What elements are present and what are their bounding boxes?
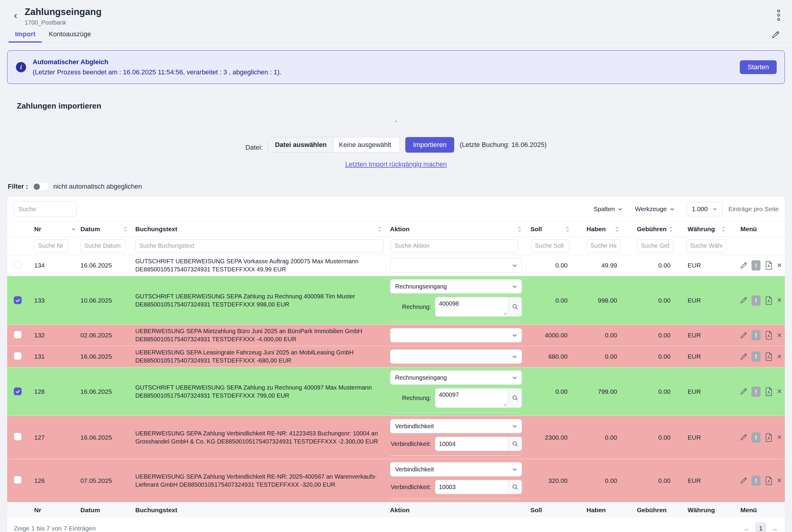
- edit-row-button[interactable]: [739, 433, 748, 441]
- column-search-input-5[interactable]: [586, 239, 620, 252]
- sort-icon[interactable]: [566, 226, 569, 232]
- column-search-input-3[interactable]: [391, 239, 518, 252]
- sort-icon[interactable]: [615, 226, 619, 232]
- kebab-menu-button[interactable]: [777, 6, 780, 21]
- ref-search-button[interactable]: [508, 437, 522, 451]
- column-header-3[interactable]: Aktion: [390, 222, 525, 236]
- delete-row-button[interactable]: ×: [777, 331, 782, 340]
- pdf-button[interactable]: [765, 261, 773, 270]
- choose-file-button[interactable]: Datei auswählen: [268, 137, 333, 152]
- column-header-2[interactable]: Buchungstext: [129, 222, 390, 236]
- warning-button[interactable]: !: [752, 330, 760, 340]
- back-button[interactable]: ‹: [9, 8, 22, 22]
- column-header-5[interactable]: Haben: [570, 222, 620, 236]
- aktion-select[interactable]: [390, 258, 522, 272]
- row-aktion-cell: [390, 346, 525, 367]
- ref-search-button[interactable]: [508, 480, 522, 494]
- row-checkbox[interactable]: [14, 352, 22, 360]
- row-buchungstext: GUTSCHRIFT UEBERWEISUNG SEPA Zahlung zu …: [129, 381, 390, 402]
- aktion-ref-input[interactable]: 10004: [435, 437, 508, 451]
- aktion-select[interactable]: Verbindlichkeit: [390, 419, 522, 433]
- warning-button[interactable]: !: [752, 476, 760, 486]
- resize-handle[interactable]: [503, 311, 507, 316]
- ref-search-button[interactable]: [508, 388, 522, 407]
- warning-button[interactable]: !: [752, 433, 760, 443]
- delete-row-button[interactable]: ×: [777, 262, 782, 270]
- column-search-input-7[interactable]: [686, 239, 727, 252]
- column-header-4[interactable]: Soll: [525, 222, 570, 236]
- sort-desc-icon[interactable]: [71, 227, 76, 231]
- page-size-select[interactable]: 1.000: [687, 202, 722, 216]
- row-checkbox[interactable]: [14, 261, 22, 269]
- sort-icon[interactable]: [517, 226, 522, 232]
- edit-row-button[interactable]: [739, 387, 748, 396]
- edit-row-button[interactable]: [739, 331, 748, 340]
- resize-handle[interactable]: [503, 402, 507, 407]
- undo-import-link[interactable]: Letzten Import rückgängig machen: [345, 160, 447, 168]
- aktion-ref-textarea[interactable]: 400097: [435, 388, 508, 407]
- spalten-dropdown[interactable]: Spalten: [593, 205, 623, 213]
- warning-button[interactable]: !: [752, 352, 760, 362]
- import-button[interactable]: Importieren: [405, 137, 454, 153]
- pdf-button[interactable]: [765, 387, 773, 396]
- ref-search-button[interactable]: [508, 297, 522, 316]
- column-search-input-2[interactable]: [135, 239, 384, 252]
- werkzeuge-dropdown[interactable]: Werkzeuge: [635, 205, 675, 213]
- page-number[interactable]: 1: [755, 522, 766, 532]
- aktion-select[interactable]: [390, 349, 522, 364]
- edit-row-button[interactable]: [739, 296, 748, 304]
- delete-row-button[interactable]: ×: [777, 433, 782, 441]
- edit-button[interactable]: [771, 30, 780, 39]
- row-menu: ! ×: [726, 433, 785, 443]
- tab-import[interactable]: Import: [8, 27, 42, 42]
- aktion-select[interactable]: Verbindlichkeit: [390, 462, 522, 476]
- edit-row-button[interactable]: [739, 353, 748, 361]
- sort-icon[interactable]: [721, 226, 725, 232]
- pdf-button[interactable]: [765, 433, 773, 442]
- warning-button[interactable]: !: [752, 260, 760, 270]
- row-checkbox[interactable]: [14, 296, 22, 304]
- sort-icon[interactable]: [669, 226, 673, 232]
- pdf-button[interactable]: [765, 330, 773, 340]
- column-search-input-6[interactable]: [637, 239, 674, 252]
- aktion-ref-textarea[interactable]: 400098: [435, 297, 508, 316]
- row-checkbox[interactable]: [14, 476, 22, 484]
- delete-row-button[interactable]: ×: [777, 353, 782, 361]
- column-search-input-4[interactable]: [531, 239, 569, 252]
- column-header-0[interactable]: Nr: [30, 222, 78, 236]
- aktion-select[interactable]: Rechnungseingang: [390, 279, 522, 293]
- sort-icon[interactable]: [123, 226, 127, 232]
- column-search-input-1[interactable]: [80, 239, 126, 252]
- row-checkbox[interactable]: [14, 387, 22, 395]
- pdf-button[interactable]: [765, 476, 773, 486]
- row-checkbox[interactable]: [14, 331, 22, 339]
- pencil-icon: [739, 296, 748, 304]
- sort-icon[interactable]: [378, 226, 382, 232]
- aktion-select[interactable]: Rechnungseingang: [390, 370, 522, 385]
- filter-toggle[interactable]: [32, 182, 49, 191]
- row-checkbox[interactable]: [14, 433, 22, 440]
- file-input[interactable]: Datei auswählen Keine ausgewählt: [268, 137, 400, 153]
- pdf-button[interactable]: [765, 352, 773, 361]
- prev-page-button[interactable]: ←: [743, 524, 751, 532]
- tab-kontoauszuege[interactable]: Kontoauszüge: [42, 27, 97, 42]
- delete-row-button[interactable]: ×: [777, 476, 782, 484]
- delete-row-button[interactable]: ×: [777, 387, 782, 396]
- warning-button[interactable]: !: [752, 296, 760, 306]
- edit-row-button[interactable]: [739, 476, 748, 484]
- start-button[interactable]: Starten: [740, 60, 777, 74]
- edit-row-button[interactable]: [739, 262, 748, 270]
- aktion-select[interactable]: [390, 328, 522, 342]
- column-header-8[interactable]: Menü: [726, 222, 785, 236]
- warning-button[interactable]: !: [752, 386, 760, 397]
- pdf-file-icon: [765, 352, 773, 361]
- next-page-button[interactable]: →: [771, 524, 778, 532]
- search-input[interactable]: [13, 201, 77, 217]
- aktion-ref-input[interactable]: 10003: [435, 480, 508, 494]
- delete-row-button[interactable]: ×: [777, 296, 782, 304]
- column-header-7[interactable]: Währung: [674, 222, 726, 236]
- column-header-6[interactable]: Gebühren: [620, 222, 674, 236]
- pdf-button[interactable]: [765, 296, 773, 305]
- column-search-input-0[interactable]: [34, 239, 68, 252]
- column-header-1[interactable]: Datum: [78, 222, 129, 236]
